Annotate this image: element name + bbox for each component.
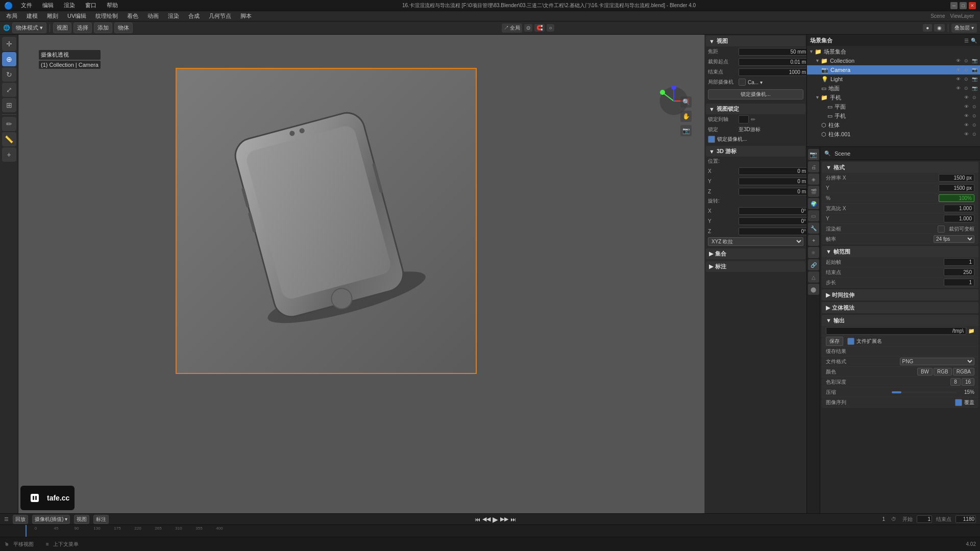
overlay-button[interactable]: 叠加层 ▾ bbox=[951, 23, 977, 33]
workspace-compositing[interactable]: 合成 bbox=[184, 11, 204, 21]
props-search-icon[interactable]: 🔍 bbox=[824, 151, 830, 156]
minimize-button[interactable]: ─ bbox=[950, 2, 958, 9]
view-menu[interactable]: 视图 bbox=[53, 22, 71, 33]
move-tool[interactable]: ⊕ bbox=[2, 52, 16, 66]
mode-select[interactable]: 物体模式 ▾ bbox=[12, 22, 46, 33]
pan-icon[interactable]: ✋ bbox=[680, 111, 692, 122]
outliner-filter-icon[interactable]: ☰ bbox=[964, 38, 969, 43]
cylinder-001-vis-btn[interactable]: 👁 bbox=[963, 131, 970, 138]
light-select-btn[interactable]: ⊙ bbox=[963, 76, 970, 83]
collection-vis-btn[interactable]: 👁 bbox=[954, 57, 962, 64]
proportional-edit-icon[interactable]: ○ bbox=[547, 24, 554, 32]
transform-tool[interactable]: ⊞ bbox=[2, 98, 16, 112]
play-btn[interactable]: ▶ bbox=[493, 515, 498, 523]
jump-start-btn[interactable]: ⏮ bbox=[475, 516, 480, 522]
color-rgb-btn[interactable]: RGB bbox=[934, 368, 952, 375]
stereoscopy-header[interactable]: ▶ 立体视法 bbox=[822, 302, 978, 313]
outliner-phone-mesh[interactable]: ▭ 手机 👁 ⊙ bbox=[807, 111, 980, 120]
ground-render-btn[interactable]: 📷 bbox=[971, 85, 978, 92]
menu-window[interactable]: 窗口 bbox=[81, 1, 101, 10]
clip-end-input[interactable] bbox=[739, 68, 806, 76]
framerate-select[interactable]: 24 fps bbox=[934, 235, 974, 243]
measure-tool[interactable]: 📏 bbox=[2, 132, 16, 146]
workspace-modeling[interactable]: 建模 bbox=[22, 11, 42, 21]
outliner-cylinder[interactable]: ⬡ 柱体 👁 ⊙ bbox=[807, 120, 980, 130]
cursor-rx-input[interactable] bbox=[739, 207, 806, 215]
workspace-layout[interactable]: 布局 bbox=[2, 11, 21, 21]
frame-range-header[interactable]: ▼ 帧范围 bbox=[822, 246, 978, 257]
status-pan-icon[interactable]: 🖱 bbox=[4, 541, 9, 547]
global-origin-icon[interactable]: ↗ 全局 bbox=[502, 23, 523, 33]
workspace-animation[interactable]: 动画 bbox=[143, 11, 163, 21]
camera-vis-btn[interactable]: 👁 bbox=[954, 66, 962, 73]
outliner-plane[interactable]: ▭ 平面 👁 ⊙ bbox=[807, 102, 980, 111]
cursor-ry-input[interactable] bbox=[739, 217, 806, 225]
cursor-y-input[interactable] bbox=[739, 178, 806, 185]
depth-16-btn[interactable]: 16 bbox=[962, 378, 974, 386]
camera-select-btn[interactable]: ⊙ bbox=[963, 66, 970, 73]
cursor-x-input[interactable] bbox=[739, 167, 806, 175]
res-y-input[interactable] bbox=[939, 184, 974, 192]
prev-frame-btn[interactable]: ◀◀ bbox=[482, 516, 491, 522]
collection-render-btn[interactable]: 📷 bbox=[971, 57, 978, 64]
render-props-tab[interactable]: 📷 bbox=[808, 149, 819, 160]
3dcursor-section-header[interactable]: ▼ 3D 游标 bbox=[706, 146, 805, 157]
camera-select-btn[interactable]: Ca... ▾ bbox=[748, 80, 763, 85]
local-camera-checkbox[interactable] bbox=[739, 79, 746, 86]
workspace-geometry-nodes[interactable]: 几何节点 bbox=[205, 11, 235, 21]
next-frame-btn[interactable]: ▶▶ bbox=[500, 516, 508, 522]
aspect-x-input[interactable] bbox=[944, 205, 974, 212]
cursor-tool[interactable]: ✛ bbox=[2, 37, 16, 51]
menu-help[interactable]: 帮助 bbox=[103, 1, 122, 10]
select-menu[interactable]: 选择 bbox=[74, 22, 92, 33]
output-section-header[interactable]: ▼ 输出 bbox=[822, 315, 978, 326]
depth-8-btn[interactable]: 8 bbox=[950, 378, 961, 386]
material-tab[interactable]: ⬤ bbox=[808, 284, 819, 295]
time-remapping-header[interactable]: ▶ 时间拉伸 bbox=[822, 289, 978, 300]
annotation-section-header[interactable]: ▶ 标注 bbox=[706, 261, 805, 272]
object-tab[interactable]: ▭ bbox=[808, 210, 819, 221]
maximize-button[interactable]: □ bbox=[960, 2, 967, 9]
aspect-y-input[interactable] bbox=[944, 215, 974, 222]
end-frame-input[interactable] bbox=[944, 268, 974, 276]
ground-select-btn[interactable]: ⊙ bbox=[963, 85, 970, 92]
cylinder-select-btn[interactable]: ⊙ bbox=[971, 121, 978, 129]
outliner-camera[interactable]: 📷 Camera 👁 ⊙ 📷 bbox=[807, 65, 980, 74]
cylinder-vis-btn[interactable]: 👁 bbox=[963, 121, 970, 129]
output-path-browse[interactable]: 📁 bbox=[968, 328, 974, 334]
render-region-checkbox[interactable] bbox=[938, 226, 945, 233]
jump-end-btn[interactable]: ⏭ bbox=[510, 516, 516, 522]
color-rgba-btn[interactable]: RGBA bbox=[953, 368, 974, 375]
playhead[interactable] bbox=[26, 525, 27, 537]
end-frame-tl-input[interactable] bbox=[955, 515, 976, 523]
timeline-view-btn[interactable]: 视图 bbox=[74, 515, 89, 524]
add-menu[interactable]: 添加 bbox=[94, 22, 112, 33]
outliner-cylinder-001[interactable]: ⬡ 柱体.001 👁 ⊙ bbox=[807, 130, 980, 139]
output-path-input[interactable] bbox=[826, 327, 966, 335]
workspace-uv[interactable]: UV编辑 bbox=[63, 11, 90, 21]
menu-edit[interactable]: 编辑 bbox=[38, 1, 58, 10]
phone-col-vis-btn[interactable]: 👁 bbox=[963, 94, 970, 101]
data-tab[interactable]: △ bbox=[808, 271, 819, 283]
lock-camera-view-btn[interactable]: 锁定摄像机... bbox=[708, 89, 803, 99]
workspace-texture[interactable]: 纹理绘制 bbox=[91, 11, 122, 21]
outliner-scene-collection[interactable]: ▼ 📁 场景集合 bbox=[807, 47, 980, 56]
world-tab[interactable]: 🌍 bbox=[808, 198, 819, 209]
outliner-phone-collection[interactable]: ▼ 📁 手机 👁 ⊙ bbox=[807, 93, 980, 102]
format-section-header[interactable]: ▼ 格式 bbox=[822, 162, 978, 173]
close-button[interactable]: ✕ bbox=[969, 2, 976, 9]
lock-camera-checkbox[interactable] bbox=[708, 136, 715, 143]
zoom-icon[interactable]: 🔍 bbox=[680, 96, 692, 108]
timeline-track[interactable]: 0 45 90 130 175 220 265 310 355 400 bbox=[0, 525, 980, 537]
output-props-tab[interactable]: 🖨 bbox=[808, 161, 819, 172]
lock-to-input[interactable] bbox=[739, 115, 749, 123]
collection-select-btn[interactable]: ⊙ bbox=[963, 57, 970, 64]
snap-icon[interactable]: 🧲 bbox=[534, 24, 545, 32]
scale-tool[interactable]: ⤢ bbox=[2, 83, 16, 97]
save-button[interactable]: 保存 bbox=[826, 337, 843, 346]
phone-mesh-select-btn[interactable]: ⊙ bbox=[971, 112, 978, 119]
compression-slider[interactable] bbox=[892, 391, 958, 393]
physics-tab[interactable]: ⚛ bbox=[808, 247, 819, 258]
outliner-search-icon[interactable]: 🔍 bbox=[971, 38, 977, 43]
rotate-tool[interactable]: ↻ bbox=[2, 67, 16, 82]
